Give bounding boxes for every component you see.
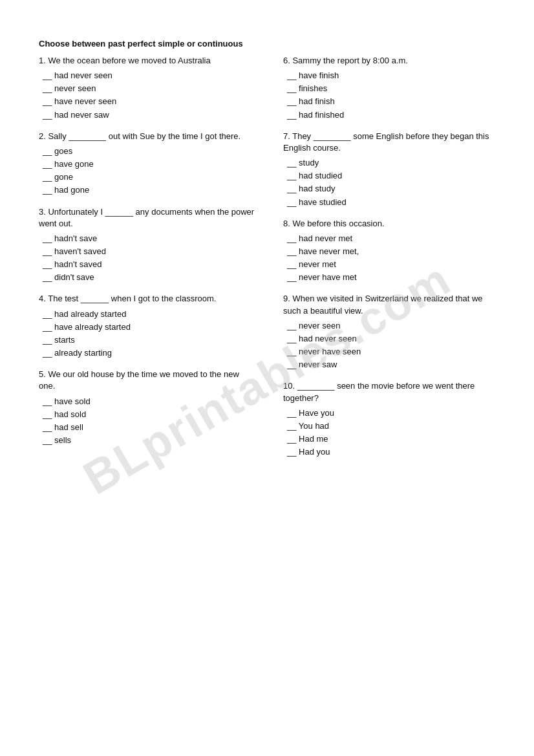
option-q4-0: __ had already started [39, 308, 257, 321]
option-q1-0: __ had never seen [39, 69, 257, 82]
option-q5-1: __ had sold [39, 408, 257, 421]
option-q8-1: __ have never met, [283, 245, 502, 258]
option-q2-3: __ had gone [39, 184, 257, 197]
option-q3-2: __ hadn't saved [39, 258, 257, 271]
question-block-q7: 7. They ________ some English before the… [283, 131, 502, 209]
option-q5-0: __ have sold [39, 395, 257, 408]
option-q7-3: __ have studied [283, 196, 502, 209]
option-q9-2: __ never have seen [283, 345, 502, 358]
option-q10-0: __ Have you [283, 407, 502, 420]
question-text-q6: 6. Sammy the report by 8:00 a.m. [283, 55, 502, 67]
option-q3-0: __ hadn't save [39, 232, 257, 245]
question-block-q6: 6. Sammy the report by 8:00 a.m.__ have … [283, 55, 502, 122]
option-q2-1: __ have gone [39, 158, 257, 171]
question-text-q1: 1. We the ocean before we moved to Austr… [39, 55, 257, 67]
option-q2-0: __ goes [39, 145, 257, 158]
question-block-q1: 1. We the ocean before we moved to Austr… [39, 55, 257, 122]
columns-container: 1. We the ocean before we moved to Austr… [39, 55, 502, 468]
option-q7-2: __ had study [283, 182, 502, 195]
question-block-q9: 9. When we visited in Switzerland we rea… [283, 293, 502, 371]
option-q6-1: __ finishes [283, 82, 502, 95]
option-q5-3: __ sells [39, 434, 257, 447]
option-q6-0: __ have finish [283, 69, 502, 82]
option-q8-0: __ had never met [283, 232, 502, 245]
question-text-q8: 8. We before this occasion. [283, 218, 502, 230]
option-q1-3: __ had never saw [39, 109, 257, 122]
option-q8-2: __ never met [283, 258, 502, 271]
option-q3-3: __ didn't save [39, 271, 257, 284]
option-q5-2: __ had sell [39, 421, 257, 434]
question-text-q10: 10. ________ seen the movie before we we… [283, 380, 502, 404]
question-block-q8: 8. We before this occasion.__ had never … [283, 218, 502, 285]
option-q9-0: __ never seen [283, 319, 502, 332]
page-title: Choose between past perfect simple or co… [39, 39, 502, 49]
option-q8-3: __ never have met [283, 271, 502, 284]
question-block-q2: 2. Sally ________ out with Sue by the ti… [39, 131, 257, 197]
option-q4-2: __ starts [39, 334, 257, 347]
page: Choose between past perfect simple or co… [39, 39, 502, 468]
question-block-q4: 4. The test ______ when I got to the cla… [39, 293, 257, 360]
question-text-q4: 4. The test ______ when I got to the cla… [39, 293, 257, 305]
option-q9-3: __ never saw [283, 358, 502, 371]
question-block-q3: 3. Unfortunately I ______ any documents … [39, 206, 257, 285]
option-q7-1: __ had studied [283, 169, 502, 182]
question-block-q5: 5. We our old house by the time we moved… [39, 369, 257, 447]
option-q1-2: __ have never seen [39, 95, 257, 108]
option-q3-1: __ haven't saved [39, 245, 257, 258]
question-text-q5: 5. We our old house by the time we moved… [39, 369, 257, 392]
option-q10-1: __ You had [283, 420, 502, 433]
option-q1-1: __ never seen [39, 82, 257, 95]
question-text-q3: 3. Unfortunately I ______ any documents … [39, 206, 257, 230]
question-text-q2: 2. Sally ________ out with Sue by the ti… [39, 131, 257, 142]
option-q4-1: __ have already started [39, 321, 257, 334]
option-q10-3: __ Had you [283, 446, 502, 459]
question-text-q7: 7. They ________ some English before the… [283, 131, 502, 154]
question-text-q9: 9. When we visited in Switzerland we rea… [283, 293, 502, 316]
option-q6-2: __ had finish [283, 95, 502, 108]
option-q4-3: __ already starting [39, 347, 257, 360]
right-column: 6. Sammy the report by 8:00 a.m.__ have … [277, 55, 502, 468]
question-block-q10: 10. ________ seen the movie before we we… [283, 380, 502, 459]
left-column: 1. We the ocean before we moved to Austr… [39, 55, 264, 456]
option-q6-3: __ had finished [283, 109, 502, 122]
option-q10-2: __ Had me [283, 433, 502, 446]
option-q2-2: __ gone [39, 171, 257, 184]
option-q7-0: __ study [283, 157, 502, 169]
option-q9-1: __ had never seen [283, 332, 502, 345]
